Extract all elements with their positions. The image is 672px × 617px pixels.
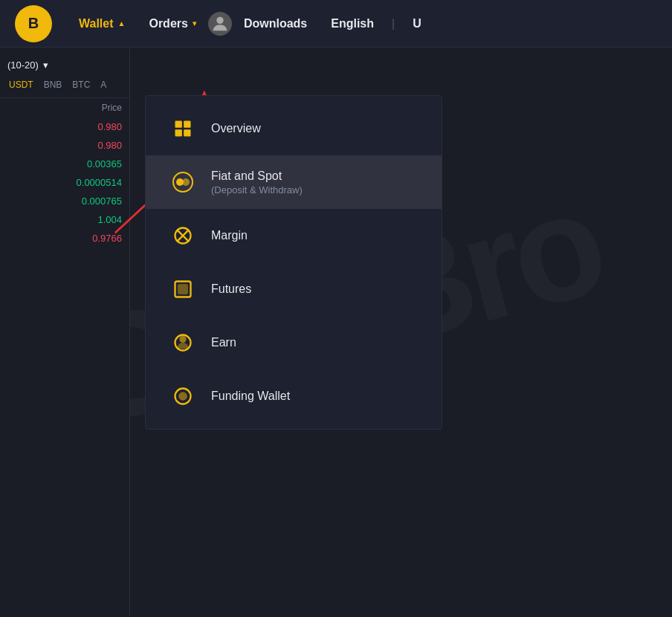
coin-tab-btc[interactable]: BTC bbox=[69, 78, 93, 91]
price-item-2[interactable]: 0.980 bbox=[0, 136, 129, 155]
funding-wallet-icon bbox=[169, 383, 196, 410]
margin-text: Margin bbox=[211, 229, 248, 242]
price-header-label: Price bbox=[102, 103, 122, 113]
orders-nav-label: Orders bbox=[149, 17, 187, 30]
english-nav-label: English bbox=[331, 17, 374, 30]
menu-item-funding-wallet[interactable]: Funding Wallet bbox=[146, 369, 442, 423]
fiat-spot-sublabel: (Deposit & Withdraw) bbox=[211, 184, 303, 196]
menu-item-fiat-spot[interactable]: Fiat and Spot (Deposit & Withdraw) bbox=[146, 155, 442, 209]
price-value-6: 1.004 bbox=[97, 214, 122, 225]
u-nav-label: U bbox=[413, 17, 421, 30]
coin-tab-bnb[interactable]: BNB bbox=[41, 78, 65, 91]
margin-label: Margin bbox=[211, 229, 248, 242]
logo[interactable]: B bbox=[15, 5, 52, 42]
orders-nav-item[interactable]: Orders ▾ bbox=[137, 0, 207, 48]
main-area: (10-20) ▾ USDT BNB BTC A Price 0.980 0.9… bbox=[0, 48, 672, 617]
svg-point-7 bbox=[182, 178, 190, 186]
price-value-2: 0.980 bbox=[97, 140, 122, 151]
coin-tab-a[interactable]: A bbox=[97, 78, 109, 91]
filter-range-label: (10-20) bbox=[7, 59, 39, 71]
funding-wallet-text: Funding Wallet bbox=[211, 390, 290, 403]
overview-text: Overview bbox=[211, 122, 261, 135]
svg-point-16 bbox=[179, 393, 186, 399]
svg-point-0 bbox=[216, 16, 223, 23]
margin-icon bbox=[169, 222, 196, 249]
menu-item-earn[interactable]: Earn bbox=[146, 316, 442, 369]
orders-arrow: ▾ bbox=[193, 19, 196, 28]
menu-item-futures[interactable]: Futures bbox=[146, 262, 442, 316]
price-item-4[interactable]: 0.0000514 bbox=[0, 173, 129, 192]
wallet-dropdown-menu: Overview Fiat and Spot (Deposit & Withdr… bbox=[145, 95, 442, 430]
earn-label: Earn bbox=[211, 336, 236, 349]
wallet-arrow: ▲ bbox=[118, 19, 126, 28]
wallet-nav-label: Wallet bbox=[79, 17, 114, 30]
sidebar-filter[interactable]: (10-20) ▾ bbox=[0, 55, 129, 75]
svg-rect-1 bbox=[175, 121, 182, 128]
nav-divider: | bbox=[386, 17, 401, 30]
price-value-4: 0.0000514 bbox=[77, 177, 122, 188]
futures-label: Futures bbox=[211, 282, 251, 296]
funding-wallet-label: Funding Wallet bbox=[211, 390, 290, 403]
overview-label: Overview bbox=[211, 122, 261, 135]
svg-point-14 bbox=[181, 337, 186, 342]
sidebar-left: (10-20) ▾ USDT BNB BTC A Price 0.980 0.9… bbox=[0, 48, 130, 617]
filter-arrow: ▾ bbox=[43, 59, 48, 71]
menu-item-margin[interactable]: Margin bbox=[146, 209, 442, 262]
price-item-7[interactable]: 0.9766 bbox=[0, 229, 129, 248]
price-col-header: Price bbox=[0, 98, 129, 117]
price-value-5: 0.000765 bbox=[82, 196, 122, 207]
price-value-7: 0.9766 bbox=[92, 233, 122, 244]
svg-rect-12 bbox=[178, 285, 187, 294]
svg-rect-2 bbox=[184, 121, 190, 128]
earn-icon bbox=[169, 329, 196, 356]
english-nav-item[interactable]: English bbox=[319, 0, 386, 48]
price-value-1: 0.980 bbox=[97, 121, 122, 132]
menu-item-overview[interactable]: Overview bbox=[146, 102, 442, 155]
futures-text: Futures bbox=[211, 282, 251, 296]
price-value-3: 0.00365 bbox=[87, 158, 122, 169]
price-item-1[interactable]: 0.980 bbox=[0, 117, 129, 136]
overview-icon bbox=[169, 115, 196, 142]
fiat-spot-text: Fiat and Spot (Deposit & Withdraw) bbox=[211, 169, 303, 196]
futures-icon bbox=[169, 276, 196, 303]
fiat-spot-icon bbox=[169, 169, 196, 196]
svg-rect-3 bbox=[175, 129, 182, 136]
earn-text: Earn bbox=[211, 336, 236, 349]
coin-tabs: USDT BNB BTC A bbox=[0, 75, 129, 98]
price-item-6[interactable]: 1.004 bbox=[0, 210, 129, 229]
wallet-nav-item[interactable]: Wallet ▲ bbox=[67, 0, 137, 48]
navbar: B Wallet ▲ Orders ▾ Downloads English | … bbox=[0, 0, 672, 48]
downloads-nav-item[interactable]: Downloads bbox=[232, 0, 319, 48]
price-item-5[interactable]: 0.000765 bbox=[0, 192, 129, 210]
fiat-spot-label: Fiat and Spot bbox=[211, 169, 303, 183]
downloads-nav-label: Downloads bbox=[244, 17, 307, 30]
svg-rect-4 bbox=[184, 129, 190, 136]
user-avatar[interactable] bbox=[208, 12, 232, 36]
coin-tab-usdt[interactable]: USDT bbox=[6, 78, 36, 91]
price-item-3[interactable]: 0.00365 bbox=[0, 155, 129, 173]
u-nav-item[interactable]: U bbox=[401, 0, 433, 48]
